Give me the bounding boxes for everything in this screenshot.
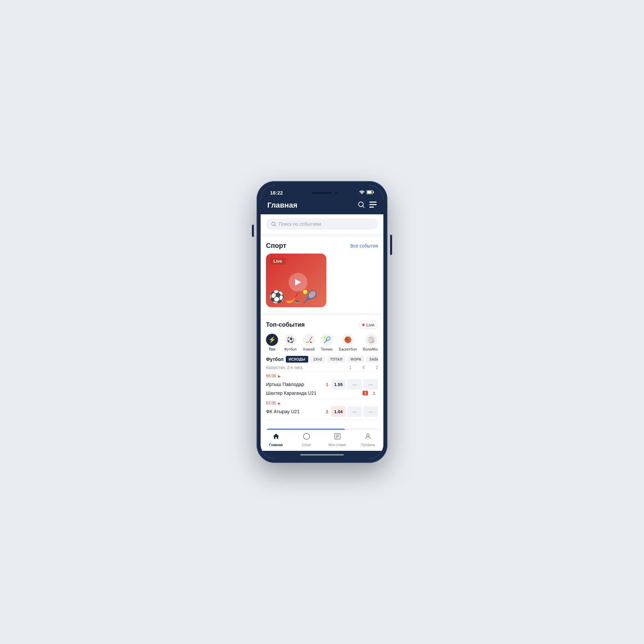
header-title: Главная	[267, 201, 297, 210]
soccer-ball-icon: ⚽	[269, 290, 284, 304]
home-bar	[300, 454, 344, 455]
nav-profile[interactable]: Профиль	[353, 430, 384, 451]
odds-cells-1-1: 1.55 — —	[331, 379, 378, 390]
odds-1-1-x[interactable]: —	[347, 379, 362, 390]
app-header: Главная	[261, 198, 383, 214]
live-card-icons: ⚽ 🏒 🎾	[269, 290, 317, 304]
svg-rect-3	[367, 191, 372, 194]
team-name-2-1: ФК Атырау U21	[266, 409, 323, 414]
nav-bets[interactable]: Мои ставки	[322, 430, 353, 451]
home-indicator	[261, 451, 383, 459]
match-team-row-1-1: Иртыш Павлодар 1 1.55 — —	[266, 379, 378, 390]
play-button[interactable]	[289, 273, 308, 292]
auth-bar: Зарегистрироваться Войти	[261, 425, 383, 430]
all-events-link[interactable]: Все события	[350, 243, 378, 249]
live-dot	[362, 324, 365, 326]
top-events-section: Топ-события Live ⚡ Топ ⚽ Футбол	[261, 315, 383, 425]
match-time-row-1: 66:09 ▶	[266, 372, 378, 379]
basketball-tab-icon: 🏀	[342, 334, 354, 346]
odds-2-1-1[interactable]: 1.04	[331, 406, 346, 417]
nav-sport[interactable]: Спорт	[291, 430, 322, 451]
sport-tab-tennis[interactable]: 🎾 Теннис	[321, 334, 333, 351]
nav-sport-label: Спорт	[302, 443, 311, 447]
odds-1-1-2[interactable]: —	[363, 379, 378, 390]
match-time-1: 66:09	[266, 374, 276, 378]
basketball-tab-label: Баскетбол	[339, 347, 357, 351]
odds-2-1-2[interactable]: —	[363, 406, 378, 417]
match-block-1: 66:09 ▶ Иртыш Павлодар 1 1.55 — —	[266, 372, 378, 399]
volume-button	[252, 225, 254, 237]
team-score-1-1: 1	[323, 382, 328, 387]
match-block-2: 63:05 ▶ ФК Атырау U21 2 1.04 — —	[266, 399, 378, 420]
top-events-header: Топ-события Live	[266, 321, 378, 329]
speaker	[312, 192, 332, 194]
status-time: 18:22	[270, 190, 283, 196]
live-match-icon-1: ▶	[278, 374, 281, 378]
match-teams-2: ФК Атырау U21 2 1.04 — —	[266, 406, 378, 420]
score-badge-1-2: 1	[363, 391, 368, 395]
match-time-2: 63:05	[266, 401, 276, 406]
league-name: Казахстан. 2-я лига	[266, 365, 302, 370]
sport-tab-top[interactable]: ⚡ Топ	[266, 334, 278, 351]
search-placeholder: Поиск по событиям	[279, 221, 321, 227]
search-input[interactable]: Поиск по событиям	[266, 218, 378, 230]
phone-screen: 18:22	[261, 185, 383, 459]
puck-icon: 🏒	[286, 290, 301, 304]
profile-nav-icon	[364, 433, 372, 442]
football-tab-icon: ⚽	[284, 334, 297, 346]
nav-home[interactable]: Главная	[261, 430, 291, 451]
svg-line-10	[275, 225, 276, 226]
team-name-1-2: Шахтер Карагандa U21	[266, 390, 363, 396]
svg-line-5	[363, 206, 365, 208]
sport-section-title: Спорт	[266, 242, 286, 250]
odds-1-1-1[interactable]: 1.55	[331, 379, 346, 390]
bet-pill-fora[interactable]: ФОРА	[347, 356, 364, 363]
bet-pill-total[interactable]: ТОТАЛ	[327, 356, 345, 363]
bottom-nav: Главная Спорт	[261, 430, 383, 451]
bet-pill-goal[interactable]: ЗАБЬЮТ ГОЛ	[366, 356, 378, 363]
svg-point-4	[359, 202, 363, 207]
nav-profile-label: Профиль	[361, 443, 375, 447]
home-icon	[272, 433, 280, 442]
status-icons	[359, 190, 374, 195]
search-section: Поиск по событиям	[261, 214, 383, 234]
tennis-icon: 🎾	[302, 290, 317, 304]
tennis-tab-label: Теннис	[321, 347, 333, 351]
live-pill[interactable]: Live	[359, 321, 378, 329]
bet-pill-1x2[interactable]: 1Х×2	[310, 356, 325, 363]
svg-rect-8	[369, 207, 374, 208]
sport-section-header: Спорт Все события	[266, 242, 378, 250]
sport-tab-hockey[interactable]: 🏒 Хоккей	[303, 334, 315, 351]
odds-cells-2-1: 1.04 — —	[331, 406, 378, 417]
col-x: X	[362, 365, 365, 370]
volleyball-tab-icon: 🏐	[365, 334, 377, 346]
sport-tab-basketball[interactable]: 🏀 Баскетбол	[339, 334, 357, 351]
sport-tab-football[interactable]: ⚽ Футбол	[284, 334, 297, 351]
svg-point-17	[367, 434, 369, 436]
notch	[302, 189, 342, 199]
bet-pill-iskhody[interactable]: ИСХОДЫ	[286, 356, 309, 363]
sport-nav-icon	[303, 433, 310, 442]
bet-category: Футбол	[266, 357, 284, 362]
col-headers: 1 X 2	[350, 365, 378, 370]
top-tab-icon: ⚡	[266, 334, 278, 346]
sport-tabs: ⚡ Топ ⚽ Футбол 🏒 Хоккей 🎾 Теннис	[266, 334, 378, 351]
camera	[335, 191, 337, 194]
hockey-tab-label: Хоккей	[303, 347, 315, 351]
live-card-badge: Live	[270, 258, 285, 265]
svg-rect-7	[369, 204, 377, 205]
tennis-tab-icon: 🎾	[321, 334, 333, 346]
nav-home-label: Главная	[269, 443, 283, 447]
search-input-icon	[271, 222, 276, 226]
live-card[interactable]: Live ⚽ 🏒 🎾	[266, 254, 326, 307]
sport-tab-volleyball[interactable]: 🏐 Волейбол	[363, 334, 378, 351]
menu-icon[interactable]	[369, 202, 377, 209]
power-button	[390, 235, 392, 255]
svg-point-0	[362, 194, 362, 194]
team-score-1-2: 1	[370, 391, 375, 396]
odds-2-1-x[interactable]: —	[347, 406, 362, 417]
match-team-row-1-2: Шахтер Карагандa U21 1 1	[266, 390, 378, 396]
search-icon[interactable]	[358, 201, 365, 210]
live-match-icon-2: ▶	[278, 401, 281, 405]
bet-type-row: Футбол ИСХОДЫ 1Х×2 ТОТАЛ ФОРА ЗАБЬЮТ ГОЛ	[266, 356, 378, 363]
